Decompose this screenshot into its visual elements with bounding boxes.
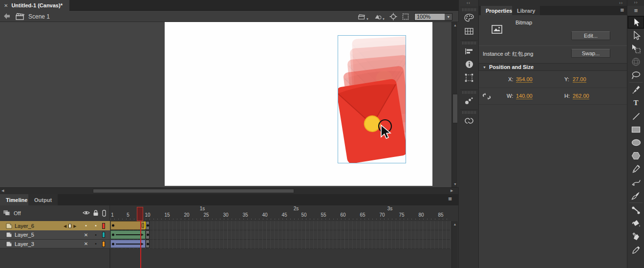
- y-label: Y:: [564, 76, 569, 82]
- position-and-size-section-header[interactable]: ▼ Position and Size: [479, 63, 627, 71]
- lock-all-layers-icon[interactable]: [93, 210, 99, 216]
- color-panel-icon[interactable]: [460, 11, 478, 24]
- tab-output[interactable]: Output: [28, 194, 58, 205]
- y-value[interactable]: 27.00: [573, 76, 586, 83]
- vertical-scroll-thumb[interactable]: [452, 94, 458, 123]
- stage-vertical-scrollbar[interactable]: ▲ ▼: [451, 22, 458, 187]
- edit-symbols-button[interactable]: ▼: [374, 13, 385, 21]
- parenting-view-mode[interactable]: Off: [14, 210, 21, 216]
- keyframe-cell[interactable]: [146, 221, 150, 230]
- swatches-panel-icon[interactable]: [460, 24, 478, 38]
- x-value[interactable]: 354.00: [516, 76, 533, 83]
- timeline-frames-area[interactable]: 15101520253035404550556065707580851s2s3s: [110, 205, 458, 268]
- layer-outline-color-swatch[interactable]: [102, 232, 105, 238]
- align-panel-icon[interactable]: [460, 45, 478, 58]
- clip-content-button[interactable]: [402, 13, 412, 21]
- polystar-tool[interactable]: [627, 149, 644, 162]
- edit-button[interactable]: Edit...: [571, 31, 610, 40]
- scroll-left-icon[interactable]: ◀: [1, 189, 4, 193]
- horizontal-scroll-thumb[interactable]: [93, 189, 294, 193]
- zoom-level-value[interactable]: 100%: [415, 14, 445, 20]
- breadcrumb-scene[interactable]: Scene 1: [28, 13, 50, 20]
- layer-outline-color-swatch[interactable]: [102, 241, 105, 247]
- layer-name[interactable]: Layer_5: [15, 232, 34, 238]
- layer-parenting-icon[interactable]: [3, 210, 11, 216]
- properties-panel-menu-icon[interactable]: ≡: [620, 6, 624, 14]
- document-tab[interactable]: ✕ Untitled-1 (Canvas)*: [0, 0, 69, 11]
- scroll-up-icon[interactable]: ▲: [452, 23, 458, 27]
- 3d-rotation-tool[interactable]: [627, 55, 644, 68]
- brush-library-panel-icon[interactable]: [460, 94, 478, 107]
- creative-cloud-panel-icon[interactable]: [460, 114, 478, 127]
- ruler-frame-number: 75: [399, 212, 404, 218]
- playhead[interactable]: [137, 207, 143, 221]
- frame-row[interactable]: [110, 240, 451, 248]
- show-layers-as-outlines-icon[interactable]: [102, 210, 106, 217]
- disclosure-triangle-icon[interactable]: ▼: [483, 66, 486, 69]
- bone-tool[interactable]: [627, 203, 644, 217]
- swap-button[interactable]: Swap...: [571, 49, 610, 58]
- ruler-frame-number: 10: [145, 212, 150, 218]
- tab-library[interactable]: Library: [512, 6, 540, 15]
- keyframe-dot: [147, 224, 149, 227]
- layer-visibility-toggle[interactable]: ✕: [83, 240, 89, 248]
- layer-visibility-toggle[interactable]: ✕: [83, 230, 89, 239]
- center-stage-button[interactable]: [389, 13, 400, 21]
- zoom-dropdown-icon[interactable]: ▼: [445, 14, 452, 20]
- scroll-up-icon[interactable]: ▲: [452, 223, 458, 226]
- stage-pasteboard[interactable]: [0, 22, 458, 187]
- subselection-tool[interactable]: [627, 29, 644, 42]
- paint-brush-tool[interactable]: [627, 176, 644, 189]
- scroll-right-icon[interactable]: ▶: [451, 189, 453, 193]
- layer-name[interactable]: Layer_6: [15, 223, 34, 229]
- close-document-icon[interactable]: ✕: [4, 3, 8, 8]
- line-tool[interactable]: [627, 110, 644, 123]
- selection-tool[interactable]: [627, 16, 644, 29]
- layer-row[interactable]: Layer_6 ◀ ▶ • •: [0, 221, 110, 230]
- collapse-tools-icon[interactable]: ››: [627, 0, 644, 6]
- edit-scene-button[interactable]: ▼: [358, 13, 369, 21]
- paint-bucket-tool[interactable]: [627, 217, 644, 230]
- layer-name[interactable]: Layer_3: [15, 241, 34, 247]
- show-hide-all-layers-icon[interactable]: [83, 210, 90, 216]
- ink-bottle-tool[interactable]: [627, 230, 644, 243]
- collapse-to-icons-icon[interactable]: ››: [619, 0, 623, 5]
- layer-visibility-toggle[interactable]: •: [83, 221, 89, 230]
- frame-row[interactable]: [110, 230, 451, 240]
- text-tool[interactable]: T: [627, 96, 644, 110]
- brush-tool[interactable]: [627, 189, 644, 202]
- w-value[interactable]: 140.00: [516, 93, 533, 99]
- transform-panel-icon[interactable]: [460, 71, 478, 84]
- keyframe-cell[interactable]: [146, 240, 150, 248]
- layer-row[interactable]: Layer_5 ✕ •: [0, 230, 110, 240]
- oval-tool[interactable]: [627, 136, 644, 149]
- layer-lock-toggle[interactable]: •: [92, 230, 99, 239]
- h-value[interactable]: 262.00: [573, 93, 589, 99]
- stage-selection-box[interactable]: [338, 35, 406, 163]
- playhead-line: [140, 221, 141, 268]
- keyframe-cell[interactable]: [146, 230, 150, 239]
- timeline-panel-menu-icon[interactable]: ≡: [445, 195, 455, 202]
- info-panel-icon[interactable]: [460, 58, 478, 71]
- lasso-tool[interactable]: [627, 68, 644, 82]
- pencil-tool[interactable]: [627, 162, 644, 176]
- scroll-down-icon[interactable]: ▼: [452, 182, 458, 186]
- layer-row[interactable]: Layer_3 ✕ •: [0, 240, 110, 248]
- frame-row[interactable]: [110, 221, 451, 230]
- ruler-ticks: [110, 219, 451, 220]
- free-transform-tool[interactable]: [627, 42, 644, 55]
- zoom-level-control[interactable]: 100% ▼: [414, 13, 452, 21]
- layer-lock-toggle[interactable]: •: [92, 221, 99, 230]
- layer-lock-toggle[interactable]: •: [92, 240, 99, 248]
- previous-keyframe-icon[interactable]: ◀: [64, 223, 66, 228]
- next-keyframe-icon[interactable]: ▶: [73, 223, 76, 228]
- eyedropper-tool[interactable]: [627, 243, 644, 256]
- collapse-dock-icon[interactable]: ‹‹: [459, 0, 478, 5]
- back-arrow-icon[interactable]: [3, 13, 11, 20]
- rectangle-tool[interactable]: [627, 123, 644, 136]
- tools-panel-menu-icon[interactable]: ≡: [627, 7, 644, 14]
- timeline-vertical-scrollbar[interactable]: ▲: [451, 221, 458, 268]
- layer-outline-color-swatch[interactable]: [102, 223, 105, 229]
- stage-horizontal-scrollbar[interactable]: ◀ ▶: [0, 187, 458, 194]
- pen-tool[interactable]: [627, 83, 644, 96]
